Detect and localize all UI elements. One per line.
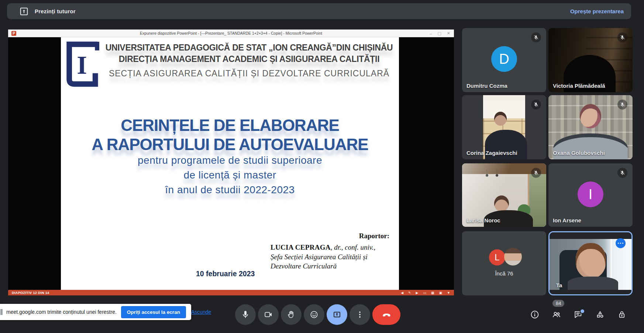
ppt-window-controls: – ▢ ✕ bbox=[430, 30, 450, 37]
ppt-titlebar: P Expunere diapozitive PowerPoint - [---… bbox=[8, 30, 454, 37]
participant-name: Larisa Noroc bbox=[466, 217, 500, 223]
participant-name: Corina Zagaievschi bbox=[466, 150, 517, 156]
slide-counter: DIAPOZITIV 12 DIN 14 bbox=[12, 291, 49, 295]
chat-button[interactable] bbox=[574, 310, 583, 319]
avatar-photo bbox=[504, 248, 522, 266]
slide-date: 10 februarie 2023 bbox=[196, 270, 255, 278]
slide-header-line3: SECȚIA ASIGURAREA CALITĂȚII ȘI DEZVOLTAR… bbox=[99, 69, 399, 79]
raportor-name-line: LUCIA CEPRAGA, dr., conf. univ., bbox=[271, 243, 392, 252]
more-options-button[interactable] bbox=[349, 304, 370, 325]
hide-notification-link[interactable]: Ascunde bbox=[191, 309, 211, 315]
participant-name: Victoria Plămădeală bbox=[553, 83, 605, 89]
participant-name: Oxana Golubovschi bbox=[553, 150, 605, 156]
minimize-icon[interactable]: – bbox=[430, 31, 432, 36]
call-controls bbox=[235, 304, 400, 325]
end-call-button[interactable] bbox=[372, 304, 400, 325]
shared-screen-powerpoint: P Expunere diapozitive PowerPoint - [---… bbox=[8, 30, 454, 295]
share-message: meet.google.com trimite conținutul unei … bbox=[6, 309, 117, 315]
google-meet-window: Prezinți tuturor Oprește prezentarea P E… bbox=[0, 0, 644, 333]
previous-slide-icon[interactable]: ◀ bbox=[401, 291, 403, 295]
slide-view-icon[interactable]: ▭ bbox=[423, 291, 427, 295]
notification-grip bbox=[0, 309, 3, 315]
slide-header-line1: UNIVERSITATEA PEDAGOGICĂ DE STAT „ION CR… bbox=[99, 43, 399, 53]
screen-share-notification: meet.google.com trimite conținutul unei … bbox=[0, 304, 191, 320]
raportor-label: Raportor: bbox=[271, 232, 392, 240]
raportor-line3: Dezvoltare Curriculară bbox=[271, 261, 392, 271]
tile-active-speaker[interactable]: Ta bbox=[548, 231, 633, 295]
next-slide-icon[interactable]: ▶ bbox=[416, 291, 419, 295]
avatar: I bbox=[578, 181, 603, 207]
powerpoint-icon: P bbox=[11, 31, 16, 36]
camera-button[interactable] bbox=[258, 304, 279, 325]
slide-title-line1: CERINȚELE DE ELABORARE bbox=[61, 116, 399, 135]
ppt-status-bar: DIAPOZITIV 12 DIN 14 ◀ ✎ ▶ ▭ ▦ ▣ ▼ bbox=[8, 290, 454, 295]
ppt-slideshow-area: I UNIVERSITATEA PEDAGOGICĂ DE STAT „ION … bbox=[8, 37, 454, 290]
mic-off-icon bbox=[617, 100, 627, 110]
slide-subtitle-line1: pentru programele de studii superioare bbox=[61, 155, 399, 166]
reactions-button[interactable] bbox=[304, 304, 324, 325]
close-icon[interactable]: ✕ bbox=[447, 31, 450, 36]
tile-dumitru-cozma[interactable]: D Dumitru Cozma bbox=[462, 28, 546, 92]
tile-options-button[interactable] bbox=[616, 238, 626, 248]
slide-title-line2: A RAPORTULUI DE AUTOEVALUARE bbox=[61, 135, 399, 154]
present-to-all-icon bbox=[19, 7, 29, 16]
mic-off-icon bbox=[617, 32, 627, 42]
meeting-panel-icons: 84 bbox=[530, 310, 627, 319]
stop-screen-share-button[interactable]: Opriți accesul la ecran bbox=[121, 306, 186, 318]
slide-header-line2: DIRECȚIA MANAGEMENT ACADEMIC ȘI ASIIGURA… bbox=[99, 54, 399, 64]
meeting-details-button[interactable] bbox=[530, 310, 540, 319]
tile-larisa-noroc[interactable]: Larisa Noroc bbox=[462, 163, 546, 227]
host-controls-button[interactable] bbox=[617, 310, 627, 319]
participants-count-badge: 84 bbox=[552, 300, 564, 307]
slide-subtitle-line3: în anul de studii 2022-2023 bbox=[61, 184, 399, 196]
more-participants-label: Încă 76 bbox=[462, 270, 546, 277]
video-letterbox-bottom bbox=[550, 290, 631, 294]
participant-name: Dumitru Cozma bbox=[466, 83, 507, 89]
annotate-pen-icon[interactable]: ✎ bbox=[408, 291, 411, 295]
mic-off-icon bbox=[531, 32, 541, 42]
tile-oxana-golubovschi[interactable]: Oxana Golubovschi bbox=[548, 95, 633, 159]
ppt-window-title: Expunere diapozitive PowerPoint - [---Pr… bbox=[8, 31, 454, 35]
slide-subtitle-line2: de licență și master bbox=[61, 169, 399, 181]
stop-presenting-button[interactable]: Oprește prezentarea bbox=[570, 8, 624, 14]
participant-name: Ion Arsene bbox=[553, 217, 581, 223]
maximize-icon[interactable]: ▢ bbox=[437, 31, 441, 36]
avatar: D bbox=[491, 46, 517, 72]
mic-off-icon bbox=[531, 168, 541, 178]
chat-notification-dot bbox=[580, 309, 585, 314]
raportor-line2: Șefa Secției Asigurarea Calității și bbox=[271, 252, 392, 262]
mic-off-icon bbox=[531, 100, 541, 110]
ppt-status-icons: ◀ ✎ ▶ ▭ ▦ ▣ ▼ bbox=[401, 291, 450, 295]
raportor-block: Raportor: LUCIA CEPRAGA, dr., conf. univ… bbox=[271, 232, 392, 271]
participants-button[interactable]: 84 bbox=[552, 310, 561, 319]
participant-name: Ta bbox=[556, 282, 562, 288]
university-logo: I bbox=[63, 39, 99, 87]
grid-view-icon[interactable]: ▦ bbox=[431, 291, 434, 295]
presenting-banner: Prezinți tuturor Oprește prezentarea bbox=[7, 3, 631, 19]
mic-off-icon bbox=[617, 168, 627, 178]
tile-corina-zagaievschi[interactable]: Corina Zagaievschi bbox=[462, 95, 546, 159]
tile-ion-arsene[interactable]: I Ion Arsene bbox=[548, 163, 633, 227]
microphone-button[interactable] bbox=[235, 304, 256, 325]
display-settings-icon[interactable]: ▣ bbox=[439, 291, 442, 295]
end-show-icon[interactable]: ▼ bbox=[447, 291, 450, 295]
tile-more-participants[interactable]: L Încă 76 bbox=[462, 231, 546, 295]
slide: I UNIVERSITATEA PEDAGOGICĂ DE STAT „ION … bbox=[61, 37, 399, 290]
raise-hand-button[interactable] bbox=[281, 304, 302, 325]
present-screen-button[interactable] bbox=[327, 304, 347, 325]
tile-victoria-plamadeala[interactable]: Victoria Plămădeală bbox=[548, 28, 633, 92]
avatar: L bbox=[489, 249, 505, 266]
presenting-label: Prezinți tuturor bbox=[35, 8, 76, 14]
svg-text:I: I bbox=[77, 51, 87, 79]
activities-button[interactable] bbox=[595, 310, 605, 319]
